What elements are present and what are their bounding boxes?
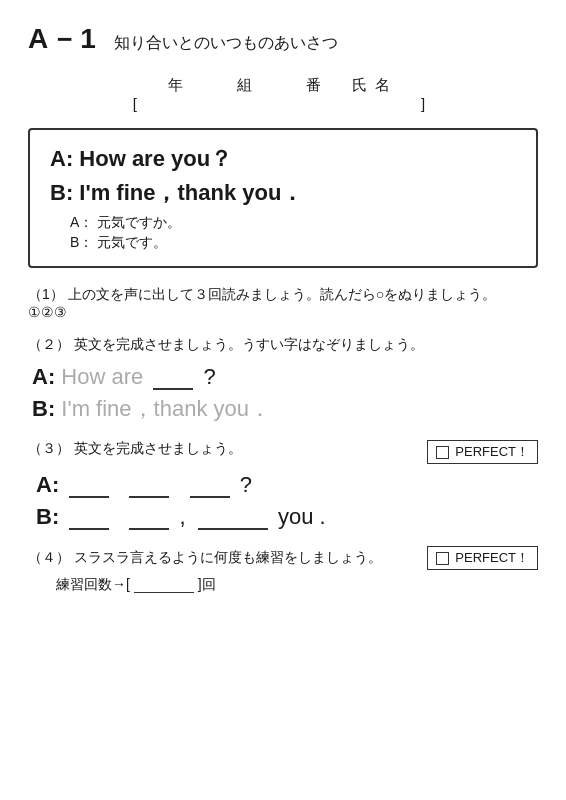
section-4-badge-label: PERFECT！ bbox=[455, 549, 529, 567]
section-2-line-b: B: I'm fine，thank you． bbox=[28, 394, 538, 424]
section-1-header: （1） 上の文を声に出して３回読みましょう。読んだら○をぬりましょう。 ①②③ bbox=[28, 286, 538, 320]
section-3-b-comma: , bbox=[180, 504, 186, 529]
section-4-checkbox[interactable] bbox=[436, 552, 449, 565]
section-3: （３） 英文を完成させましょう。 PERFECT！ A: ? B: , you … bbox=[28, 440, 538, 530]
section-1: （1） 上の文を声に出して３回読みましょう。読んだら○をぬりましょう。 ①②③ bbox=[28, 286, 538, 320]
section-1-circles: ①②③ bbox=[28, 304, 67, 320]
name-row: 年 組 番 氏名[ ] bbox=[28, 76, 538, 114]
section-1-number: （1） bbox=[28, 286, 64, 302]
section-2-a-pre: How are bbox=[61, 364, 149, 389]
translation-block: A： 元気ですか。 B： 元気です。 bbox=[50, 214, 516, 252]
section-3-header-row: （３） 英文を完成させましょう。 PERFECT！ bbox=[28, 440, 538, 464]
translation-b: B： 元気です。 bbox=[70, 234, 516, 252]
section-3-a-blank1[interactable] bbox=[69, 470, 109, 498]
section-3-b-end: . bbox=[320, 504, 326, 529]
lesson-id: A－1 bbox=[28, 20, 98, 58]
section-3-badge: PERFECT！ bbox=[427, 440, 538, 464]
lesson-title: 知り合いとのいつものあいさつ bbox=[114, 33, 338, 54]
section-4-top-row: （４） スラスラ言えるように何度も練習をしましょう。 PERFECT！ bbox=[28, 546, 538, 570]
section-4-badge: PERFECT！ bbox=[427, 546, 538, 570]
section-4-text: スラスラ言えるように何度も練習をしましょう。 bbox=[74, 549, 382, 565]
section-4: （４） スラスラ言えるように何度も練習をしましょう。 PERFECT！ 練習回数… bbox=[28, 546, 538, 594]
section-3-lines: A: ? B: , you . bbox=[28, 470, 538, 530]
section-2-number: （２） bbox=[28, 336, 70, 352]
section-4-count-label: 練習回数→[ bbox=[56, 576, 130, 592]
section-4-number: （４） bbox=[28, 549, 70, 565]
section-2: （２） 英文を完成させましょう。うすい字はなぞりましょう。 A: How are… bbox=[28, 336, 538, 424]
section-3-b-blank1[interactable] bbox=[69, 502, 109, 530]
translation-a-text: 元気ですか。 bbox=[97, 214, 181, 230]
section-3-checkbox[interactable] bbox=[436, 446, 449, 459]
translation-b-label: B： bbox=[70, 234, 93, 250]
dialogue-line-b: B: I'm fine，thank you． bbox=[50, 178, 516, 208]
section-2-header: （２） 英文を完成させましょう。うすい字はなぞりましょう。 bbox=[28, 336, 538, 354]
section-4-count-input[interactable] bbox=[134, 576, 194, 593]
translation-b-text: 元気です。 bbox=[97, 234, 167, 250]
section-3-text: 英文を完成させましょう。 bbox=[74, 440, 242, 456]
section-2-a-post: ? bbox=[204, 364, 216, 389]
dialogue-box: A: How are you？ B: I'm fine，thank you． A… bbox=[28, 128, 538, 268]
section-4-count-suffix: ]回 bbox=[198, 576, 216, 592]
section-4-header: （４） スラスラ言えるように何度も練習をしましょう。 bbox=[28, 549, 382, 567]
section-3-a-qmark: ? bbox=[240, 472, 252, 497]
translation-a-label: A： bbox=[70, 214, 93, 230]
section-2-a-label: A: bbox=[32, 364, 55, 389]
section-3-line-a: A: ? bbox=[32, 470, 538, 498]
section-3-a-blank2[interactable] bbox=[129, 470, 169, 498]
section-1-text: 上の文を声に出して３回読みましょう。読んだら○をぬりましょう。 bbox=[68, 286, 496, 302]
section-2-b-label: B: bbox=[32, 396, 55, 421]
section-2-text: 英文を完成させましょう。うすい字はなぞりましょう。 bbox=[74, 336, 424, 352]
section-2-line-a: A: How are ? bbox=[28, 362, 538, 390]
section-2-b-light: I'm fine，thank you． bbox=[61, 396, 271, 421]
section-4-count-row: 練習回数→[ ]回 bbox=[28, 576, 538, 594]
section-3-number: （３） bbox=[28, 440, 70, 456]
section-3-line-b: B: , you . bbox=[32, 502, 538, 530]
section-3-badge-label: PERFECT！ bbox=[455, 443, 529, 461]
page-header: A－1 知り合いとのいつものあいさつ bbox=[28, 20, 538, 58]
section-3-a-blank3[interactable] bbox=[190, 470, 230, 498]
section-3-header: （３） 英文を完成させましょう。 bbox=[28, 440, 242, 458]
section-3-b-blank2[interactable] bbox=[129, 502, 169, 530]
section-2-a-blank[interactable] bbox=[153, 362, 193, 390]
section-3-b-label: B: bbox=[36, 504, 59, 529]
translation-a: A： 元気ですか。 bbox=[70, 214, 516, 232]
section-3-b-you: you bbox=[278, 504, 313, 529]
section-3-b-blank3[interactable] bbox=[198, 502, 268, 530]
section-3-a-label: A: bbox=[36, 472, 59, 497]
dialogue-line-a: A: How are you？ bbox=[50, 144, 516, 174]
